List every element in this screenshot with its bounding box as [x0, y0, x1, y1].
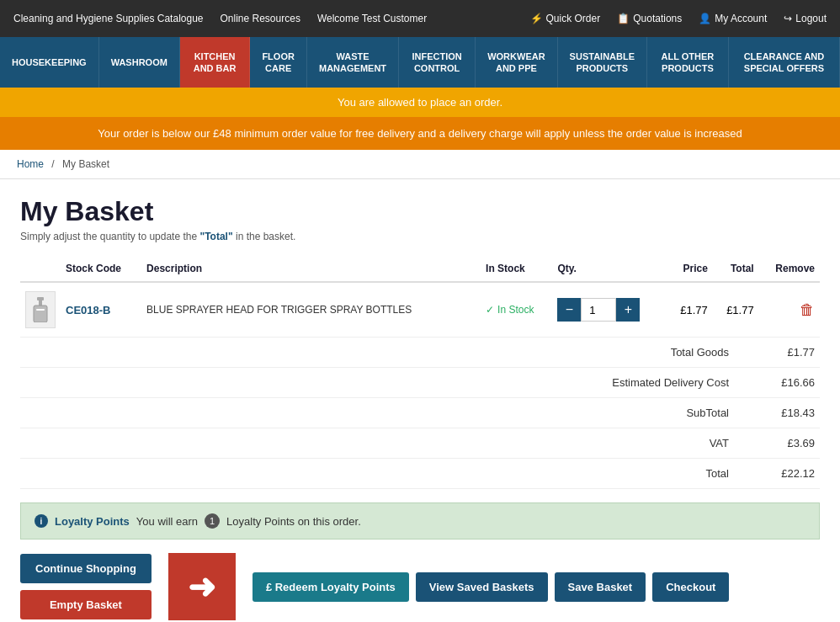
qty-decrease-button[interactable]: −: [557, 298, 581, 322]
right-buttons: £ Redeem Loyalty Points View Saved Baske…: [253, 572, 730, 602]
svg-rect-2: [34, 306, 47, 322]
nav-workwear-and-ppe[interactable]: WORKWEAR AND PPE: [476, 37, 557, 88]
checkout-button[interactable]: Checkout: [652, 572, 729, 602]
breadcrumb-current: My Basket: [62, 158, 109, 170]
nav-clearance[interactable]: CLEARANCE AND SPECIAL OFFERS: [729, 37, 840, 88]
in-stock-cell: ✓ In Stock: [481, 282, 552, 338]
col-qty: Qty.: [552, 256, 666, 282]
nav-kitchen-and-bar[interactable]: KITCHEN AND BAR: [180, 37, 250, 88]
stock-code-cell: CE018-B: [61, 282, 141, 338]
subtotal-label: SubTotal: [550, 398, 736, 428]
logout-link[interactable]: ↪ Logout: [784, 13, 827, 24]
subtitle-highlight: "Total": [199, 231, 232, 242]
col-price: Price: [667, 256, 713, 282]
delivery-value: £16.66: [736, 368, 820, 397]
vat-value: £3.69: [736, 428, 820, 458]
basket-table: Stock Code Description In Stock Qty. Pri…: [20, 256, 820, 338]
continue-shopping-button[interactable]: Continue Shopping: [20, 554, 152, 583]
total-row: Total £22.12: [20, 459, 820, 489]
main-nav: HOUSEKEEPING WASHROOM KITCHEN AND BAR FL…: [0, 37, 840, 88]
site-name: Cleaning and Hygiene Supplies Catalogue: [13, 13, 204, 24]
main-content: My Basket Simply adjust the quantity to …: [0, 179, 840, 622]
grand-total-label: Total: [550, 459, 736, 488]
delivery-row: Estimated Delivery Cost £16.66: [20, 368, 820, 398]
breadcrumb: Home / My Basket: [0, 150, 840, 179]
col-in-stock: In Stock: [481, 256, 552, 282]
nav-sustainable-products[interactable]: SUSTAINABLE PRODUCTS: [558, 37, 647, 88]
in-stock-badge: ✓ In Stock: [486, 304, 547, 316]
redeem-loyalty-button[interactable]: £ Redeem Loyalty Points: [253, 572, 409, 602]
top-bar: Cleaning and Hygiene Supplies Catalogue …: [0, 0, 840, 37]
min-order-alert: Your order is below our £48 minimum orde…: [0, 117, 840, 150]
breadcrumb-separator: /: [51, 158, 54, 170]
table-row: CE018-B BLUE SPRAYER HEAD FOR TRIGGER SP…: [20, 282, 820, 338]
remove-cell: 🗑: [759, 282, 820, 338]
total-goods-label: Total Goods: [550, 338, 736, 367]
loyalty-after-text: Loyalty Points on this order.: [226, 515, 361, 528]
qty-increase-button[interactable]: +: [616, 298, 640, 322]
view-saved-baskets-button[interactable]: View Saved Baskets: [416, 572, 548, 602]
qty-input[interactable]: [581, 298, 616, 322]
checkmark-icon: ✓: [486, 304, 494, 316]
online-resources-link[interactable]: Online Resources: [221, 13, 300, 24]
breadcrumb-home[interactable]: Home: [17, 158, 44, 170]
price-cell: £1.77: [667, 282, 713, 338]
info-icon: i: [35, 514, 48, 528]
loyalty-bar: i Loyalty Points You will earn 1 Loyalty…: [20, 502, 820, 540]
arrow-box: ➜: [168, 553, 236, 620]
subtotal-value: £18.43: [736, 398, 820, 428]
loyalty-points-label: Loyalty Points: [55, 515, 130, 528]
grand-total-value: £22.12: [736, 459, 820, 488]
nav-housekeeping[interactable]: HOUSEKEEPING: [0, 37, 99, 88]
nav-waste-management[interactable]: WASTE MANAGEMENT: [307, 37, 399, 88]
remove-item-button[interactable]: 🗑: [800, 301, 815, 319]
total-goods-value: £1.77: [736, 338, 820, 367]
quotations-icon: 📋: [617, 13, 630, 24]
col-description: Description: [141, 256, 481, 282]
total-cell: £1.77: [713, 282, 759, 338]
col-stock-code: Stock Code: [61, 256, 141, 282]
delivery-label: Estimated Delivery Cost: [550, 368, 736, 397]
col-total: Total: [713, 256, 759, 282]
subtotal-row: SubTotal £18.43: [20, 398, 820, 428]
product-image: [25, 291, 56, 328]
loyalty-middle-text: You will earn: [136, 515, 198, 528]
nav-floor-care[interactable]: FLOOR CARE: [250, 37, 307, 88]
qty-cell: − +: [552, 282, 666, 338]
col-img: [20, 256, 61, 282]
vat-row: VAT £3.69: [20, 428, 820, 459]
save-basket-button[interactable]: Save Basket: [555, 572, 646, 602]
vat-label: VAT: [550, 428, 736, 458]
col-remove: Remove: [759, 256, 820, 282]
bolt-icon: ⚡: [530, 13, 543, 24]
my-account-link[interactable]: 👤 My Account: [699, 13, 767, 24]
account-icon: 👤: [699, 13, 711, 24]
page-subtitle: Simply adjust the quantity to update the…: [20, 231, 820, 242]
page-title: My Basket: [20, 196, 820, 227]
nav-washroom[interactable]: WASHROOM: [99, 37, 180, 88]
left-buttons: Continue Shopping Empty Basket: [20, 554, 152, 619]
quick-order-link[interactable]: ⚡ Quick Order: [530, 13, 601, 24]
totals-section: Total Goods £1.77 Estimated Delivery Cos…: [20, 338, 820, 489]
nav-all-other-products[interactable]: ALL OTHER PRODUCTS: [647, 37, 729, 88]
nav-infection-control[interactable]: INFECTION CONTROL: [399, 37, 476, 88]
empty-basket-button[interactable]: Empty Basket: [20, 590, 152, 619]
description-cell: BLUE SPRAYER HEAD FOR TRIGGER SPRAY BOTT…: [141, 282, 481, 338]
qty-control: − +: [557, 298, 661, 322]
order-allowed-alert: You are allowed to place an order.: [0, 88, 840, 117]
logout-icon: ↪: [784, 13, 792, 24]
bottom-actions: Continue Shopping Empty Basket ➜ £ Redee…: [20, 553, 820, 620]
svg-rect-3: [36, 309, 45, 311]
quotations-link[interactable]: 📋 Quotations: [617, 13, 682, 24]
loyalty-points-count: 1: [205, 513, 220, 529]
total-goods-row: Total Goods £1.77: [20, 338, 820, 368]
product-image-cell: [20, 282, 61, 338]
arrow-right-icon: ➜: [188, 567, 216, 606]
welcome-message: Welcome Test Customer: [317, 13, 427, 24]
